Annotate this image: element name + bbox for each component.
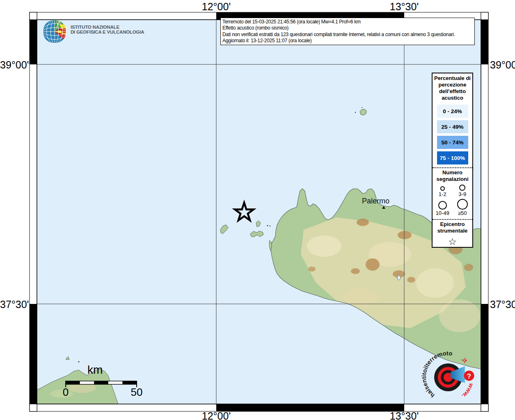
signal-circle-medium-icon [459,185,465,191]
signal-label-3-9: 3-9 [458,191,466,197]
islet-dot [78,361,79,362]
lon-label-bottom-right: 13°30' [382,410,427,420]
lon-label-top-left: 12°00' [194,1,239,13]
epicenter-star-key-icon: ☆ [433,237,472,247]
signal-size-key: 1-2 3-9 10-49 ≥50 [433,185,472,216]
legend-panel: Percentuale di percezione dell'effetto a… [432,73,473,248]
event-info-line4: Aggiornato il: 13-12-2025 11:07 (ora loc… [222,38,473,44]
legend-swatch-75-100: 75 - 100% [437,151,468,164]
signal-circle-xlarge-icon [457,199,468,210]
lat-label-right-top: 39°00' [490,59,515,71]
signal-label-50plus: ≥50 [458,210,467,216]
ingv-wordmark: ISTITUTO NAZIONALE DI GEOFISICA E VULCAN… [71,25,144,34]
lat-label-left-bottom: 37°30' [0,299,27,310]
question-mark: ? [467,372,471,380]
ingv-line2: DI GEOFISICA E VULCANOLOGIA [71,30,144,35]
signal-circle-small-icon [440,186,445,191]
signal-label-1-2: 1-2 [439,191,446,197]
legend-epicenter-title: Epicentro strumentale [433,221,472,235]
legend-swatch-25-49: 25 - 49% [437,120,468,133]
signal-label-10-49: 10-49 [436,210,449,216]
lon-label-top-right: 13°30' [382,1,427,13]
scale-end-label: 50 [128,386,146,399]
lat-label-right-bottom: 37°30' [490,299,515,310]
lat-label-left-top: 39°00' [0,59,27,71]
sea-area [37,20,481,404]
ingv-line1: ISTITUTO NAZIONALE [71,25,144,30]
legend-swatch-50-74: 50 - 74% [437,136,468,149]
lon-label-bottom-left: 12°00' [194,410,239,420]
event-info-box: Terremoto del 15-03-2025 21:45:56 (ora l… [220,18,475,45]
legend-swatch-0-24: 0 - 24% [437,105,468,118]
legend-signals-title: Numero segnalazioni [433,169,472,183]
small-lake [397,276,401,280]
event-info-line1: Terremoto del 15-03-2025 21:45:56 (ora l… [222,19,473,25]
event-info-line2: Effetto acustico (rombo sismico) [222,25,473,31]
event-info-line3: Dati non verificati estratti da 123 ques… [222,32,473,38]
scale-start-label: 0 [61,386,71,399]
palermo-label: Palermo [362,197,389,205]
legend-percent-title: Percentuale di percezione dell'effetto a… [433,73,472,102]
signal-circle-large-icon [438,201,447,210]
scale-unit-label: km [87,363,103,377]
map-screenshot: ? haisentitoilterremoto .it www. [0,0,515,420]
